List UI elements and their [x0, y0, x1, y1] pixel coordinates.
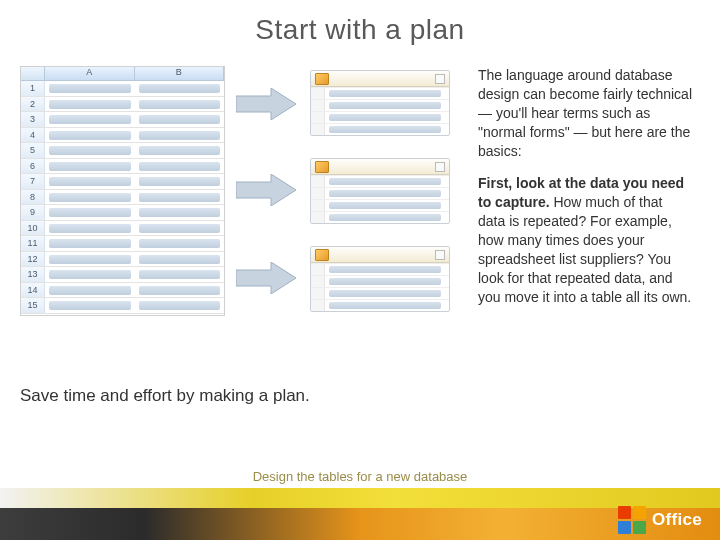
svg-marker-0 [236, 88, 296, 120]
spreadsheet-row: 12 [21, 252, 224, 268]
spreadsheet-row: 9 [21, 205, 224, 221]
arrow-icon [236, 174, 296, 206]
office-logo: Office [618, 506, 702, 534]
arrow-icon [236, 262, 296, 294]
spreadsheet-row: 1 [21, 81, 224, 97]
table-icon [315, 161, 329, 173]
slide-title: Start with a plan [0, 0, 720, 46]
spreadsheet-row: 13 [21, 267, 224, 283]
paragraph: The language around database design can … [478, 66, 693, 160]
table-icon [315, 249, 329, 261]
spreadsheet-row: 15 [21, 298, 224, 314]
dropdown-icon [435, 74, 445, 84]
db-table-graphic [310, 70, 450, 136]
office-logo-text: Office [652, 510, 702, 530]
paragraph: First, look at the data you need to capt… [478, 174, 693, 306]
spreadsheet-row: 4 [21, 128, 224, 144]
spreadsheet-row: 11 [21, 236, 224, 252]
spreadsheet-to-tables-illustration: A B 123456789101112131415 [20, 66, 450, 316]
body-text: The language around database design can … [478, 66, 693, 406]
office-logo-icon [618, 506, 646, 534]
db-table-graphic [310, 158, 450, 224]
svg-marker-2 [236, 262, 296, 294]
svg-marker-1 [236, 174, 296, 206]
spreadsheet-row: 6 [21, 159, 224, 175]
decorative-ribbon [0, 488, 720, 540]
db-table-graphic [310, 246, 450, 312]
slide-footer: Design the tables for a new database [0, 469, 720, 484]
paragraph-rest: How much of that data is repeated? For e… [478, 194, 691, 304]
spreadsheet-row: 2 [21, 97, 224, 113]
col-header: B [135, 67, 225, 80]
table-icon [315, 73, 329, 85]
spreadsheet-graphic: A B 123456789101112131415 [20, 66, 225, 316]
spreadsheet-row: 3 [21, 112, 224, 128]
spreadsheet-row: 14 [21, 283, 224, 299]
arrow-icon [236, 88, 296, 120]
spreadsheet-row: 7 [21, 174, 224, 190]
content-area: A B 123456789101112131415 [0, 46, 720, 406]
spreadsheet-row: 10 [21, 221, 224, 237]
spreadsheet-header: A B [21, 67, 224, 81]
spreadsheet-row: 8 [21, 190, 224, 206]
spreadsheet-row: 5 [21, 143, 224, 159]
dropdown-icon [435, 250, 445, 260]
col-header: A [45, 67, 135, 80]
illustration-column: A B 123456789101112131415 [20, 66, 450, 406]
dropdown-icon [435, 162, 445, 172]
illustration-caption: Save time and effort by making a plan. [20, 386, 450, 406]
